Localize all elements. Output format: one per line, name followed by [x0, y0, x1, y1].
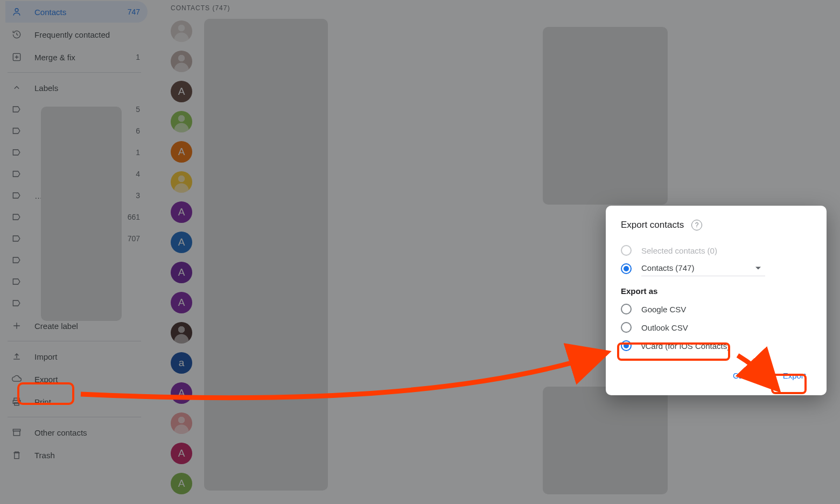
radio-vcard[interactable]: vCard (for iOS Contacts)	[621, 337, 811, 355]
dropdown-value: Contacts (747)	[641, 263, 694, 272]
cancel-button[interactable]: Cancel	[727, 367, 764, 384]
dialog-title: Export contacts	[621, 220, 684, 230]
radio-icon	[621, 245, 632, 256]
radio-icon	[621, 263, 632, 274]
dialog-title-row: Export contacts ?	[621, 220, 811, 230]
radio-all-contacts[interactable]: Contacts (747)	[621, 260, 811, 278]
radio-outlook-csv[interactable]: Outlook CSV	[621, 318, 811, 337]
help-icon[interactable]: ?	[691, 220, 702, 230]
dialog-actions: Cancel Export	[621, 367, 811, 384]
radio-icon	[621, 322, 632, 333]
radio-selected-contacts: Selected contacts (0)	[621, 241, 811, 260]
chevron-down-icon	[752, 264, 764, 272]
export-button[interactable]: Export	[778, 367, 811, 384]
radio-google-csv[interactable]: Google CSV	[621, 300, 811, 318]
radio-label: vCard (for iOS Contacts)	[641, 341, 730, 351]
export-contacts-dialog: Export contacts ? Selected contacts (0) …	[606, 206, 827, 395]
radio-icon	[621, 304, 632, 314]
contacts-source-dropdown[interactable]: Contacts (747)	[641, 261, 765, 276]
radio-label: Selected contacts (0)	[641, 246, 717, 255]
radio-label: Outlook CSV	[641, 323, 688, 332]
export-as-heading: Export as	[621, 286, 811, 296]
radio-icon	[621, 340, 632, 351]
radio-label: Google CSV	[641, 305, 686, 314]
